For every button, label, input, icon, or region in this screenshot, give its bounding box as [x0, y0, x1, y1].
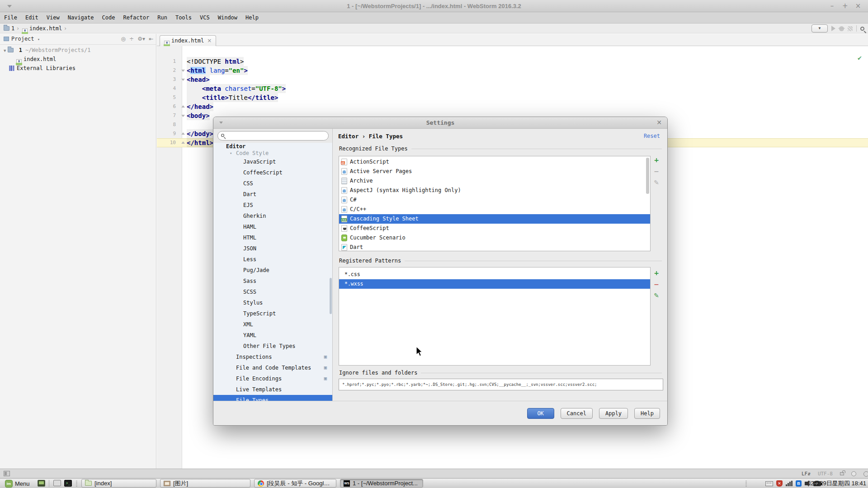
- start-menu-button[interactable]: lm Menu: [2, 479, 33, 488]
- expand-arrow-icon[interactable]: ▼: [4, 48, 6, 53]
- cancel-button[interactable]: Cancel: [561, 408, 593, 419]
- search-everywhere-icon[interactable]: [860, 27, 864, 31]
- fold-marker-icon[interactable]: [179, 102, 187, 111]
- menu-item-file[interactable]: File: [0, 12, 21, 23]
- project-root-row[interactable]: ▼ 1~/WebstormProjects/1: [0, 46, 156, 55]
- security-shield-icon[interactable]: ✕: [776, 480, 783, 487]
- magnifier-icon[interactable]: [863, 471, 868, 477]
- settings-tree-item-pug-jade[interactable]: Pug/Jade: [213, 265, 332, 276]
- keyboard-layout-icon[interactable]: [765, 481, 773, 486]
- display-settings-icon[interactable]: [53, 480, 61, 486]
- pattern-row-css[interactable]: *.css: [339, 270, 650, 279]
- menu-item-run[interactable]: Run: [153, 12, 171, 23]
- settings-search-box[interactable]: [217, 131, 329, 141]
- toolwindow-toggle-icon[interactable]: [4, 471, 10, 476]
- menu-item-view[interactable]: View: [42, 12, 64, 23]
- remove-pattern-button[interactable]: −: [653, 281, 660, 288]
- lock-icon[interactable]: [840, 472, 844, 475]
- file-type-row-cascading-style-sheet[interactable]: Cascading Style Sheet: [339, 214, 650, 224]
- debug-icon[interactable]: [839, 26, 844, 31]
- file-type-row-coffeescript[interactable]: CoffeeScript: [339, 224, 650, 233]
- fold-marker-icon[interactable]: [179, 129, 187, 138]
- file-type-row-archive[interactable]: Archive: [339, 176, 650, 186]
- breadcrumb-item-1[interactable]: 1›: [4, 23, 21, 33]
- settings-search-input[interactable]: [228, 132, 325, 140]
- settings-tree-item-code-style[interactable]: ▾Code Style: [213, 151, 332, 156]
- settings-tree-scrollbar[interactable]: [330, 278, 332, 314]
- file-type-row-c-c[interactable]: C/C++: [339, 205, 650, 214]
- fold-marker-icon[interactable]: [179, 66, 187, 75]
- run-icon[interactable]: [831, 26, 835, 31]
- menu-item-help[interactable]: Help: [241, 12, 263, 23]
- locate-file-icon[interactable]: ◎: [121, 36, 126, 42]
- tab-close-icon[interactable]: ×: [207, 38, 212, 44]
- terminal-launcher-icon[interactable]: >_: [64, 480, 72, 487]
- settings-tree-item-gherkin[interactable]: Gherkin: [213, 211, 332, 221]
- settings-tree-item-ejs[interactable]: EJS: [213, 200, 332, 211]
- add-file-type-button[interactable]: +: [653, 157, 660, 164]
- collapse-icon[interactable]: ÷: [129, 36, 134, 42]
- pattern-row-wxss[interactable]: *.wxss: [339, 279, 650, 289]
- reset-link[interactable]: Reset: [644, 133, 660, 139]
- settings-tree-item-less[interactable]: Less: [213, 254, 332, 265]
- file-types-scrollbar[interactable]: [646, 158, 649, 194]
- hide-panel-icon[interactable]: ⇤: [149, 36, 153, 42]
- bluetooth-icon[interactable]: B: [796, 480, 802, 487]
- encoding-indicator[interactable]: UTF-8: [818, 471, 833, 477]
- line-ending-selector[interactable]: LF⇵: [802, 471, 811, 477]
- menu-item-code[interactable]: Code: [98, 12, 119, 23]
- expand-arrow-icon[interactable]: ▾: [230, 151, 232, 156]
- settings-tree-item-xml[interactable]: XML: [213, 319, 332, 330]
- file-type-row-aspectj-syntax-highlighting-only[interactable]: AspectJ (syntax Highlighting Only): [339, 186, 650, 195]
- taskbar-window-1-webstormproject[interactable]: WS1 - [~/WebstormProject...: [340, 479, 423, 488]
- add-pattern-button[interactable]: +: [653, 270, 660, 277]
- file-type-row-actionscript[interactable]: ActionScript: [339, 157, 650, 167]
- help-button[interactable]: Help: [634, 408, 660, 419]
- code-line[interactable]: 6</head>: [157, 102, 868, 111]
- gear-icon[interactable]: ⚙▾: [137, 36, 145, 42]
- fold-marker-icon[interactable]: [179, 75, 187, 84]
- menu-item-window[interactable]: Window: [214, 12, 241, 23]
- menu-item-vcs[interactable]: VCS: [196, 12, 214, 23]
- clock[interactable]: 12月29日星期四 18:41: [807, 479, 866, 488]
- settings-tree-item-inspections[interactable]: Inspections▣: [213, 352, 332, 362]
- taskbar-window-item[interactable]: [图片]: [160, 479, 250, 488]
- dialog-close-icon[interactable]: ✕: [656, 117, 662, 128]
- fold-marker-icon[interactable]: [179, 138, 187, 147]
- ok-button[interactable]: OK: [527, 408, 554, 419]
- code-line[interactable]: 4 <meta charset="UTF-8">: [157, 84, 868, 93]
- file-type-row-c[interactable]: C#: [339, 195, 650, 205]
- settings-tree-item-other-file-types[interactable]: Other File Types: [213, 341, 332, 352]
- minimize-button[interactable]: –: [826, 0, 837, 12]
- show-desktop-icon[interactable]: [38, 480, 45, 487]
- code-line[interactable]: 1<!DOCTYPE html>: [157, 57, 868, 66]
- menu-item-navigate[interactable]: Navigate: [64, 12, 98, 23]
- edit-file-type-button[interactable]: ✎: [653, 179, 660, 187]
- settings-tree-item-css[interactable]: CSS: [213, 178, 332, 189]
- settings-tree-item-typescript[interactable]: TypeScript: [213, 308, 332, 319]
- settings-tree-item-javascript[interactable]: JavaScript: [213, 156, 332, 167]
- settings-tree-item-scss[interactable]: SCSS: [213, 286, 332, 297]
- ignore-files-input[interactable]: [339, 379, 663, 390]
- run-configuration-dropdown[interactable]: ▼: [811, 24, 828, 33]
- close-button[interactable]: ×: [853, 0, 863, 12]
- taskbar-window-index[interactable]: [index]: [81, 479, 156, 488]
- network-signal-icon[interactable]: [786, 481, 793, 486]
- settings-tree-item-file-and-code-templates[interactable]: File and Code Templates▣: [213, 362, 332, 373]
- coverage-icon[interactable]: [848, 26, 853, 31]
- hector-inspector-icon[interactable]: [851, 471, 856, 476]
- project-file-row[interactable]: Hindex.html: [0, 55, 156, 64]
- settings-tree-item-stylus[interactable]: Stylus: [213, 297, 332, 308]
- external-libraries-row[interactable]: External Libraries: [0, 64, 156, 73]
- code-line[interactable]: 3<head>: [157, 75, 868, 84]
- settings-tree-item-live-templates[interactable]: Live Templates: [213, 384, 332, 395]
- remove-file-type-button[interactable]: −: [653, 168, 660, 175]
- settings-tree-item-dart[interactable]: Dart: [213, 189, 332, 200]
- fold-marker-icon[interactable]: [179, 111, 187, 120]
- edit-pattern-button[interactable]: ✎: [653, 292, 660, 300]
- settings-tree-item-json[interactable]: JSON: [213, 243, 332, 254]
- menu-item-edit[interactable]: Edit: [21, 12, 42, 23]
- maximize-button[interactable]: +: [840, 0, 850, 12]
- file-type-row-cucumber-scenario[interactable]: Cucumber Scenario: [339, 233, 650, 243]
- settings-tree-item-coffeescript[interactable]: CoffeeScript: [213, 167, 332, 178]
